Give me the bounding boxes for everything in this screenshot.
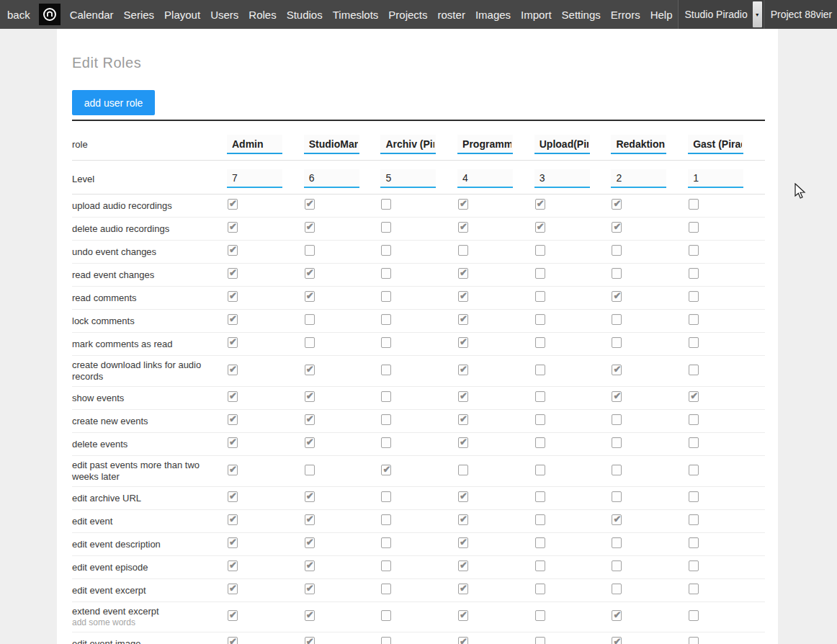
permission-checkbox[interactable]	[458, 491, 468, 502]
permission-checkbox[interactable]	[458, 414, 468, 425]
permission-checkbox[interactable]	[305, 465, 315, 475]
permission-checkbox[interactable]	[458, 537, 468, 548]
nav-item-import[interactable]: Import	[516, 9, 557, 21]
nav-item-settings[interactable]: Settings	[557, 9, 606, 21]
permission-checkbox[interactable]	[381, 291, 391, 302]
permission-checkbox[interactable]	[612, 583, 622, 594]
permission-checkbox[interactable]	[228, 365, 238, 375]
permission-checkbox[interactable]	[305, 610, 315, 621]
permission-checkbox[interactable]	[228, 637, 238, 644]
permission-checkbox[interactable]	[381, 560, 391, 571]
permission-checkbox[interactable]	[535, 291, 545, 302]
permission-checkbox[interactable]	[228, 222, 238, 233]
nav-item-series[interactable]: Series	[119, 9, 160, 21]
permission-checkbox[interactable]	[381, 268, 391, 279]
permission-checkbox[interactable]	[381, 610, 391, 621]
role-name-input[interactable]	[688, 135, 743, 154]
permission-checkbox[interactable]	[381, 491, 391, 502]
project-select[interactable]: Project 88vier ▼	[764, 0, 837, 29]
nav-item-timeslots[interactable]: Timeslots	[328, 9, 384, 21]
permission-checkbox[interactable]	[381, 245, 391, 256]
permission-checkbox[interactable]	[612, 414, 622, 425]
permission-checkbox[interactable]	[305, 437, 315, 448]
permission-checkbox[interactable]	[689, 514, 699, 525]
permission-checkbox[interactable]	[535, 199, 545, 210]
permission-checkbox[interactable]	[535, 583, 545, 594]
permission-checkbox[interactable]	[689, 199, 699, 210]
permission-checkbox[interactable]	[535, 245, 545, 256]
permission-checkbox[interactable]	[535, 560, 545, 571]
permission-checkbox[interactable]	[612, 291, 622, 302]
permission-checkbox[interactable]	[305, 414, 315, 425]
permission-checkbox[interactable]	[305, 245, 315, 256]
permission-checkbox[interactable]	[535, 337, 545, 348]
nav-item-images[interactable]: Images	[470, 9, 516, 21]
permission-checkbox[interactable]	[689, 222, 699, 233]
permission-checkbox[interactable]	[535, 222, 545, 233]
permission-checkbox[interactable]	[305, 291, 315, 302]
permission-checkbox[interactable]	[689, 491, 699, 502]
permission-checkbox[interactable]	[305, 268, 315, 279]
permission-checkbox[interactable]	[612, 199, 622, 210]
permission-checkbox[interactable]	[305, 537, 315, 548]
permission-checkbox[interactable]	[612, 365, 622, 375]
permission-checkbox[interactable]	[381, 437, 391, 448]
level-input[interactable]	[380, 169, 436, 188]
permission-checkbox[interactable]	[458, 637, 468, 644]
permission-checkbox[interactable]	[381, 222, 391, 233]
permission-checkbox[interactable]	[689, 337, 699, 348]
permission-checkbox[interactable]	[689, 560, 699, 571]
permission-checkbox[interactable]	[689, 465, 699, 475]
permission-checkbox[interactable]	[535, 314, 545, 325]
permission-checkbox[interactable]	[305, 337, 315, 348]
permission-checkbox[interactable]	[612, 491, 622, 502]
role-name-input[interactable]	[534, 135, 590, 154]
permission-checkbox[interactable]	[381, 199, 391, 210]
level-input[interactable]	[688, 169, 743, 188]
permission-checkbox[interactable]	[228, 465, 238, 475]
nav-item-playout[interactable]: Playout	[159, 9, 205, 21]
permission-checkbox[interactable]	[305, 560, 315, 571]
permission-checkbox[interactable]	[228, 314, 238, 325]
permission-checkbox[interactable]	[689, 314, 699, 325]
permission-checkbox[interactable]	[612, 637, 622, 644]
level-input[interactable]	[457, 169, 513, 188]
permission-checkbox[interactable]	[689, 365, 699, 375]
permission-checkbox[interactable]	[305, 637, 315, 644]
permission-checkbox[interactable]	[458, 391, 468, 402]
permission-checkbox[interactable]	[458, 314, 468, 325]
permission-checkbox[interactable]	[689, 537, 699, 548]
permission-checkbox[interactable]	[458, 583, 468, 594]
permission-checkbox[interactable]	[458, 610, 468, 621]
role-name-input[interactable]	[457, 135, 513, 154]
permission-checkbox[interactable]	[228, 245, 238, 256]
permission-checkbox[interactable]	[381, 337, 391, 348]
permission-checkbox[interactable]	[381, 537, 391, 548]
permission-checkbox[interactable]	[612, 337, 622, 348]
permission-checkbox[interactable]	[535, 637, 545, 644]
permission-checkbox[interactable]	[612, 245, 622, 256]
nav-item-projects[interactable]: Projects	[383, 9, 432, 21]
permission-checkbox[interactable]	[535, 365, 545, 375]
permission-checkbox[interactable]	[458, 337, 468, 348]
permission-checkbox[interactable]	[612, 537, 622, 548]
permission-checkbox[interactable]	[228, 437, 238, 448]
permission-checkbox[interactable]	[535, 537, 545, 548]
permission-checkbox[interactable]	[689, 391, 699, 402]
permission-checkbox[interactable]	[458, 465, 468, 475]
permission-checkbox[interactable]	[689, 245, 699, 256]
permission-checkbox[interactable]	[305, 314, 315, 325]
permission-checkbox[interactable]	[535, 414, 545, 425]
nav-item-errors[interactable]: Errors	[606, 9, 645, 21]
permission-checkbox[interactable]	[228, 199, 238, 210]
permission-checkbox[interactable]	[689, 610, 699, 621]
permission-checkbox[interactable]	[689, 437, 699, 448]
studio-select[interactable]: Studio Piradio ▼	[678, 0, 764, 29]
permission-checkbox[interactable]	[458, 245, 468, 256]
level-input[interactable]	[611, 169, 666, 188]
permission-checkbox[interactable]	[458, 437, 468, 448]
permission-checkbox[interactable]	[612, 314, 622, 325]
permission-checkbox[interactable]	[689, 291, 699, 302]
permission-checkbox[interactable]	[689, 268, 699, 279]
permission-checkbox[interactable]	[458, 514, 468, 525]
